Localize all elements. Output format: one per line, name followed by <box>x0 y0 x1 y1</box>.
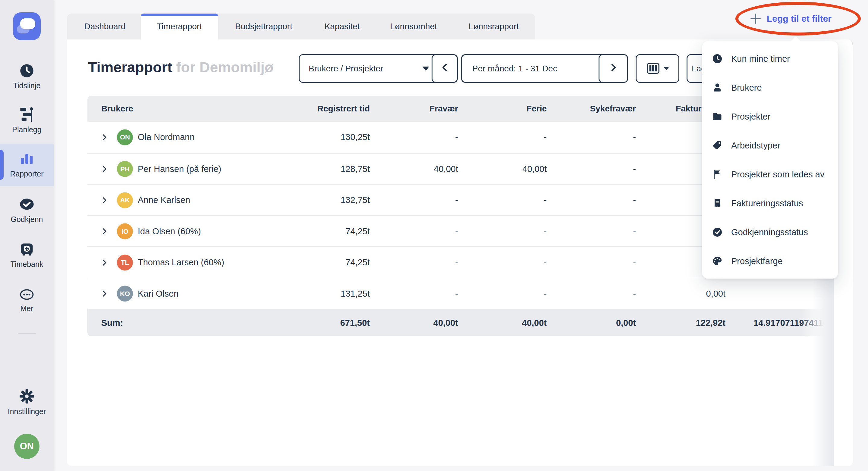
cell-value: - <box>450 247 547 278</box>
cell-value: 40,00t <box>450 154 547 185</box>
tab-dashboard[interactable]: Dashboard <box>84 13 126 39</box>
avatar: IO <box>117 224 133 239</box>
expand-chevron-icon[interactable] <box>100 258 109 267</box>
cell-value: 132,75t <box>273 184 370 216</box>
tab-budsjettrapport[interactable]: Budsjettrapport <box>235 13 292 39</box>
cell-value: - <box>362 216 458 247</box>
palette-icon <box>711 256 723 267</box>
period-select[interactable]: Per måned: 1 - 31 Dec <box>461 54 616 83</box>
logo-shape-white <box>20 19 35 29</box>
cell-value: - <box>362 247 458 278</box>
columns-button[interactable] <box>636 54 679 83</box>
cell-value: 130,25t <box>273 122 370 153</box>
user-name: Ola Nordmann <box>138 122 195 153</box>
filter-menu-item-label: Godkjenningsstatus <box>731 227 808 237</box>
sidebar-item-godkjenn[interactable]: Godkjenn <box>0 195 54 227</box>
filter-menu-item-arbeidstyper[interactable]: Arbeidstyper <box>702 131 838 160</box>
filter-menu-item-kun-mine-timer[interactable]: Kun mine timer <box>702 44 838 73</box>
filter-menu-item-prosjekter-som-ledes-av[interactable]: Prosjekter som ledes av <box>702 160 838 189</box>
user-avatar[interactable]: ON <box>14 434 39 459</box>
sum-value: 122,92t <box>629 309 725 336</box>
chevron-down-icon <box>423 67 429 71</box>
filter-menu-item-label: Brukere <box>731 83 762 93</box>
sidebar-item-planlegg[interactable]: Planlegg <box>0 105 54 137</box>
tab-lønnsrapport[interactable]: Lønnsrapport <box>469 13 519 39</box>
tab-timerapport[interactable]: Timerapport <box>157 13 202 39</box>
ellipsis-icon <box>0 285 54 302</box>
column-header-sykefrav-r[interactable]: Sykefravær <box>539 96 636 122</box>
filter-menu-item-brukere[interactable]: Brukere <box>702 73 838 102</box>
cell-value: - <box>450 184 547 216</box>
folder-icon <box>711 111 723 122</box>
columns-icon <box>646 62 660 76</box>
filter-menu-item-prosjektfarge[interactable]: Prosjektfarge <box>702 247 838 275</box>
expand-chevron-icon[interactable] <box>100 133 109 142</box>
sidebar-divider <box>18 333 36 334</box>
cell-value: - <box>362 122 458 153</box>
cell-value: - <box>539 122 636 153</box>
cell-value: - <box>539 154 636 185</box>
sidebar-item-label: Tidslinje <box>0 81 54 90</box>
sidebar-item-timebank[interactable]: Timebank <box>0 240 54 271</box>
user-name: Per Hansen (på ferie) <box>138 154 221 185</box>
add-filter-button[interactable]: Legg til et filter <box>749 7 832 31</box>
app-logo[interactable] <box>13 12 41 40</box>
next-period-button[interactable] <box>598 54 628 83</box>
expand-chevron-icon[interactable] <box>100 289 109 298</box>
gantt-icon <box>0 105 54 122</box>
sum-value: 0,00t <box>539 309 636 336</box>
cell-value: - <box>539 247 636 278</box>
tab-lønnsomhet[interactable]: Lønnsomhet <box>390 13 437 39</box>
sidebar-item-label: Timebank <box>0 260 54 269</box>
sidebar-item-rapporter[interactable]: Rapporter <box>0 150 54 181</box>
user-name: Anne Karlsen <box>138 184 190 216</box>
previous-period-button[interactable] <box>432 54 458 83</box>
filter-menu-item-godkjenningsstatus[interactable]: Godkjenningsstatus <box>702 218 838 247</box>
page-title: Timerapport for Demomiljø <box>88 59 273 76</box>
cell-value: 131,25t <box>273 278 370 310</box>
group-by-select[interactable]: Brukere / Prosjekter <box>299 54 438 83</box>
expand-chevron-icon[interactable] <box>100 164 109 173</box>
cell-value: - <box>539 278 636 310</box>
receipt-icon <box>711 198 723 209</box>
column-header-brukere[interactable]: Brukere <box>101 96 133 122</box>
sidebar-item-label: Mer <box>0 304 54 313</box>
user-name: Ida Olsen (60%) <box>138 216 201 247</box>
user-name: Kari Olsen <box>138 278 179 310</box>
sum-value: 40,00t <box>450 309 547 336</box>
page-title-main: Timerapport <box>88 59 172 75</box>
cell-value: - <box>450 216 547 247</box>
column-header-frav-r[interactable]: Fravær <box>362 96 458 122</box>
table-row[interactable]: KOKari Olsen131,25t---0,00t <box>87 278 834 310</box>
filter-menu-item-faktureringsstatus[interactable]: Faktureringsstatus <box>702 189 838 218</box>
column-header-ferie[interactable]: Ferie <box>450 96 547 122</box>
expand-chevron-icon[interactable] <box>100 196 109 205</box>
tab-kapasitet[interactable]: Kapasitet <box>324 13 360 39</box>
filter-menu-item-prosjekter[interactable]: Prosjekter <box>702 102 838 131</box>
chevron-down-icon <box>664 67 669 70</box>
chevron-left-icon <box>439 62 450 75</box>
bar-chart-icon <box>0 150 54 167</box>
cell-value: 74,25t <box>273 247 370 278</box>
check-circle-icon <box>711 227 723 238</box>
filter-menu-item-label: Kun mine timer <box>731 54 790 64</box>
check-badge-icon <box>0 195 54 212</box>
add-filter-label: Legg til et filter <box>767 13 832 24</box>
sidebar: TidslinjePlanleggRapporterGodkjennTimeba… <box>0 0 54 471</box>
cell-value: - <box>362 278 458 310</box>
clock-icon <box>711 53 723 64</box>
cell-value: - <box>450 122 547 153</box>
avatar: TL <box>117 255 133 270</box>
user-icon <box>711 82 723 93</box>
clock-icon <box>0 61 54 78</box>
cell-value: 128,75t <box>273 154 370 185</box>
sidebar-item-innstillinger[interactable]: Innstillinger <box>0 389 54 422</box>
sidebar-item-mer[interactable]: Mer <box>0 285 54 315</box>
sidebar-item-tidslinje[interactable]: Tidslinje <box>0 61 54 93</box>
page-title-suffix: for Demomiljø <box>176 59 274 75</box>
tag-icon <box>711 140 723 151</box>
cell-value: 40,00t <box>362 154 458 185</box>
filter-menu-item-label: Arbeidstyper <box>731 141 780 150</box>
expand-chevron-icon[interactable] <box>100 227 109 236</box>
column-header-registrert-tid[interactable]: Registrert tid <box>273 96 370 122</box>
